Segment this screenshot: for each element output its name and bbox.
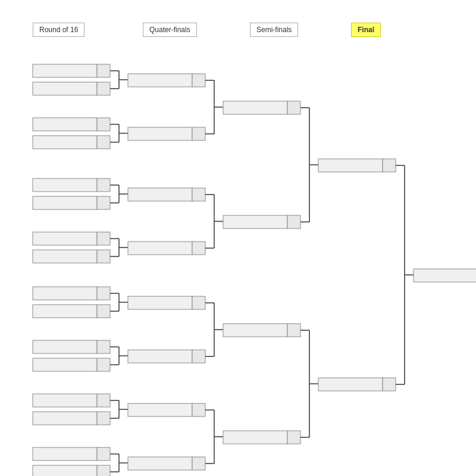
svg-rect-114: [318, 378, 383, 391]
svg-rect-31: [97, 465, 110, 476]
svg-rect-75: [192, 242, 205, 255]
svg-rect-73: [192, 188, 205, 201]
svg-rect-96: [223, 101, 287, 114]
svg-rect-15: [97, 250, 110, 263]
svg-rect-10: [33, 196, 97, 209]
svg-rect-5: [97, 118, 110, 131]
header-semifinals: Semi-finals: [250, 23, 298, 37]
svg-rect-3: [97, 82, 110, 95]
svg-rect-106: [223, 431, 287, 444]
svg-rect-27: [97, 412, 110, 425]
svg-rect-17: [97, 287, 110, 300]
svg-rect-67: [192, 127, 205, 140]
svg-rect-107: [287, 431, 300, 444]
svg-rect-82: [128, 350, 192, 363]
svg-rect-80: [128, 296, 192, 309]
svg-rect-21: [97, 340, 110, 353]
svg-rect-66: [128, 127, 192, 140]
bracket-lines: [0, 0, 476, 476]
svg-rect-8: [33, 178, 97, 192]
svg-rect-64: [128, 74, 192, 87]
svg-rect-7: [97, 136, 110, 149]
svg-rect-115: [383, 378, 396, 391]
svg-rect-13: [97, 232, 110, 245]
svg-rect-14: [33, 250, 97, 263]
svg-rect-9: [97, 178, 110, 192]
svg-rect-26: [33, 412, 97, 425]
svg-rect-97: [287, 101, 300, 114]
svg-rect-0: [33, 64, 97, 77]
svg-rect-91: [192, 457, 205, 470]
svg-rect-20: [33, 340, 97, 353]
svg-rect-104: [223, 324, 287, 337]
svg-rect-90: [128, 457, 192, 470]
header-quarterfinals: Quater-finals: [143, 23, 197, 37]
svg-rect-83: [192, 350, 205, 363]
svg-rect-18: [33, 305, 97, 318]
svg-rect-105: [287, 324, 300, 337]
svg-rect-81: [192, 296, 205, 309]
svg-rect-112: [318, 159, 383, 172]
header-round16: Round of 16: [33, 23, 84, 37]
svg-rect-113: [383, 159, 396, 172]
svg-rect-89: [192, 403, 205, 416]
svg-rect-2: [33, 82, 97, 95]
svg-rect-28: [33, 447, 97, 461]
svg-rect-29: [97, 447, 110, 461]
svg-rect-98: [223, 215, 287, 228]
svg-rect-99: [287, 215, 300, 228]
svg-rect-74: [128, 242, 192, 255]
svg-rect-88: [128, 403, 192, 416]
svg-rect-65: [192, 74, 205, 87]
svg-rect-16: [33, 287, 97, 300]
svg-rect-4: [33, 118, 97, 131]
tournament-bracket: Round of 16 Quater-finals Semi-finals Fi…: [0, 0, 476, 476]
svg-rect-30: [33, 465, 97, 476]
svg-rect-6: [33, 136, 97, 149]
svg-rect-12: [33, 232, 97, 245]
svg-rect-1: [97, 64, 110, 77]
svg-rect-23: [97, 358, 110, 371]
header-final: Final: [351, 23, 381, 37]
svg-rect-24: [33, 394, 97, 407]
svg-rect-120: [414, 269, 476, 282]
svg-rect-25: [97, 394, 110, 407]
svg-rect-19: [97, 305, 110, 318]
svg-rect-11: [97, 196, 110, 209]
svg-rect-22: [33, 358, 97, 371]
svg-rect-72: [128, 188, 192, 201]
